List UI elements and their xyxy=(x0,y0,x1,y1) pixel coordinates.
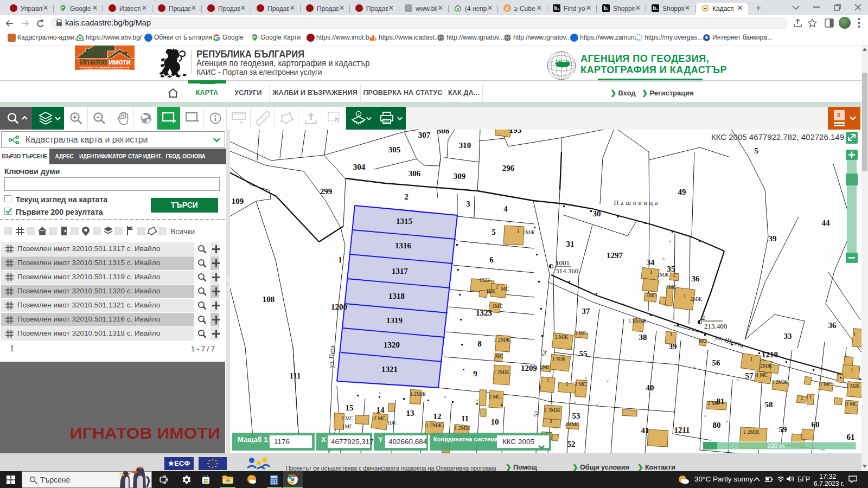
svg-text:1 2МЖ: 1 2МЖ xyxy=(494,337,510,343)
svg-text:МС: МС xyxy=(699,338,707,344)
svg-text:60: 60 xyxy=(812,420,820,429)
svg-text:2: 2 xyxy=(496,284,499,290)
svg-text:1210: 1210 xyxy=(762,350,778,359)
svg-text:2: 2 xyxy=(673,272,676,278)
svg-text:×: × xyxy=(584,375,587,381)
svg-text:314.360: 314.360 xyxy=(556,267,578,275)
svg-text:6: 6 xyxy=(489,255,494,264)
svg-text:15: 15 xyxy=(346,403,354,412)
svg-text:5: 5 xyxy=(754,146,758,155)
svg-text:×: × xyxy=(489,217,492,223)
svg-text:×: × xyxy=(497,267,500,272)
svg-text:3: 3 xyxy=(466,200,470,208)
svg-text:309: 309 xyxy=(454,172,466,181)
svg-text:МС: МС xyxy=(501,286,509,292)
svg-text:306: 306 xyxy=(409,169,421,178)
svg-text:308: 308 xyxy=(437,130,450,135)
svg-text:×: × xyxy=(411,392,413,397)
svg-text:4677925,317: 4677925,317 xyxy=(331,438,374,446)
svg-text:1: 1 xyxy=(684,294,686,299)
svg-text:31: 31 xyxy=(566,240,575,248)
svg-text:1001: 1001 xyxy=(556,259,570,267)
svg-text:1 2МЖ: 1 2МЖ xyxy=(455,426,470,431)
svg-text:Ф: Ф xyxy=(705,36,709,40)
svg-text:ККС 2005 4677922.782, 402726.1: ККС 2005 4677922.782, 402726.149 xyxy=(711,132,844,142)
svg-text:4: 4 xyxy=(503,204,508,213)
svg-text:2 МС: 2 МС xyxy=(374,416,386,421)
svg-text:307: 307 xyxy=(418,131,431,139)
svg-text:1297: 1297 xyxy=(607,251,623,260)
svg-text:X: X xyxy=(321,435,326,444)
svg-text:1 2МЖ: 1 2МЖ xyxy=(426,423,442,428)
svg-text:×: × xyxy=(487,241,489,247)
svg-text:3 МС: 3 МС xyxy=(846,401,858,407)
svg-text:100 m: 100 m xyxy=(767,442,784,449)
svg-text:296: 296 xyxy=(502,164,515,172)
svg-text:ПЖ: ПЖ xyxy=(387,420,396,426)
svg-text:1: 1 xyxy=(338,255,342,264)
svg-text:1: 1 xyxy=(809,394,812,400)
svg-text:1317: 1317 xyxy=(392,267,409,275)
svg-text:1209: 1209 xyxy=(521,364,537,373)
svg-text:80: 80 xyxy=(713,421,721,429)
svg-text:57: 57 xyxy=(745,371,754,380)
svg-text:11: 11 xyxy=(461,414,469,423)
svg-text:56: 56 xyxy=(712,358,721,367)
svg-text:1МС: 1МС xyxy=(666,285,676,290)
svg-text:14: 14 xyxy=(376,406,385,414)
svg-text:213.400: 213.400 xyxy=(704,322,727,330)
svg-text:37: 37 xyxy=(582,307,591,316)
svg-text:×: × xyxy=(714,371,717,376)
svg-text:1176: 1176 xyxy=(274,438,290,446)
svg-text:1 МсбЖ: 1 МсбЖ xyxy=(628,318,647,324)
svg-text:36: 36 xyxy=(692,274,700,283)
svg-text:299: 299 xyxy=(320,187,333,196)
svg-text:ККС 2005: ККС 2005 xyxy=(502,438,534,446)
svg-text:4 НС: 4 НС xyxy=(575,331,586,336)
svg-text:193: 193 xyxy=(509,130,522,134)
svg-text:5: 5 xyxy=(492,228,496,236)
svg-text:3МГ: 3МГ xyxy=(646,293,656,298)
svg-text:×: × xyxy=(606,378,609,384)
svg-text:59: 59 xyxy=(779,425,787,434)
svg-text:1: 1 xyxy=(547,378,550,383)
svg-text:1 МЖ: 1 МЖ xyxy=(552,356,566,362)
svg-text:4НМС: 4НМС xyxy=(565,422,579,427)
svg-text:×: × xyxy=(508,219,511,224)
svg-text:×: × xyxy=(518,268,521,274)
svg-text:41: 41 xyxy=(641,426,649,435)
svg-text:1 3МЖ: 1 3МЖ xyxy=(545,408,560,413)
svg-text:1318: 1318 xyxy=(388,292,405,300)
svg-text:1: 1 xyxy=(851,367,853,373)
svg-text:49: 49 xyxy=(678,188,686,196)
svg-text:1 МЖ: 1 МЖ xyxy=(846,383,860,389)
svg-text:5: 5 xyxy=(566,382,569,387)
svg-text:ул. Пета: ул. Пета xyxy=(327,345,335,368)
svg-text:×: × xyxy=(595,402,598,408)
svg-text:×: × xyxy=(443,394,446,400)
svg-text:3: 3 xyxy=(550,419,552,424)
svg-text:304: 304 xyxy=(353,163,366,171)
svg-text:1 2МЖ: 1 2МЖ xyxy=(772,380,788,385)
svg-text:1 2МЖ: 1 2МЖ xyxy=(744,429,760,435)
svg-text:61: 61 xyxy=(847,433,855,441)
svg-text:×: × xyxy=(704,413,706,419)
svg-text:10: 10 xyxy=(491,418,499,426)
svg-text:1315: 1315 xyxy=(396,217,412,226)
svg-text:310: 310 xyxy=(459,141,471,150)
svg-text:×: × xyxy=(506,243,508,248)
svg-text:1323: 1323 xyxy=(476,309,492,317)
svg-text:305: 305 xyxy=(388,145,401,154)
svg-text:×: × xyxy=(668,239,671,244)
svg-text:×: × xyxy=(573,400,576,405)
svg-text:108: 108 xyxy=(263,295,275,304)
svg-text:2 МЖ: 2 МЖ xyxy=(555,335,569,340)
svg-text:Y: Y xyxy=(378,435,383,444)
svg-text:2 МС: 2 МС xyxy=(489,394,501,400)
svg-text:2: 2 xyxy=(404,192,409,201)
svg-text:МС: МС xyxy=(495,354,503,359)
svg-text:1 МС: 1 МС xyxy=(820,382,832,387)
svg-text:402660,684: 402660,684 xyxy=(388,438,427,446)
svg-text:1: 1 xyxy=(650,269,653,275)
svg-text:2 МС: 2 МС xyxy=(707,401,719,406)
